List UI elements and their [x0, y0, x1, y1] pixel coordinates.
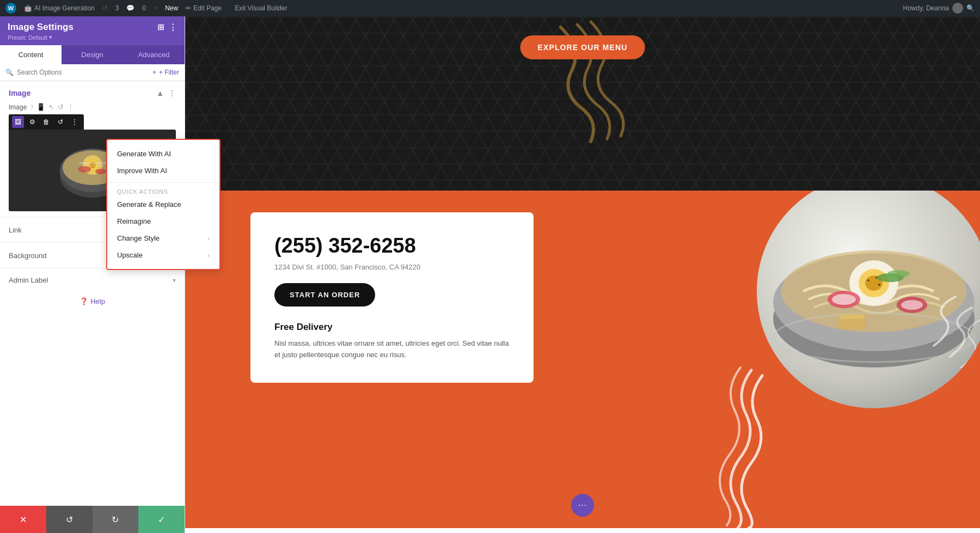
admin-label-text: Admin Label [9, 276, 48, 284]
toolbar-image-btn[interactable]: 🖼 [12, 116, 24, 128]
section-icons: ▲ ⋮ [156, 89, 176, 97]
topbar-sep2: 💬 [126, 4, 134, 12]
improve-with-ai-item[interactable]: Improve With AI [107, 162, 219, 179]
generate-replace-item[interactable]: Generate & Replace [107, 196, 219, 213]
svg-point-24 [887, 270, 909, 278]
topbar-revisions[interactable]: 3 [115, 4, 119, 12]
svg-rect-9 [82, 165, 103, 166]
image-section-header: Image ▲ ⋮ [0, 81, 185, 103]
search-bar: 🔍 + + Filter [0, 64, 185, 81]
duplicate-icon[interactable]: ⊞ [157, 22, 164, 32]
orange-section: (255) 352-6258 1234 Divi St. #1000, San … [185, 191, 980, 528]
sidebar-bottom-bar: ✕ ↺ ↻ ✓ [0, 506, 185, 533]
wp-logo-icon[interactable]: W [5, 3, 16, 14]
ai-dropdown-menu: Generate With AI Improve With AI Quick A… [106, 139, 220, 270]
svg-point-20 [832, 294, 856, 305]
image-toolbar: 🖼 ⚙ 🗑 ↺ ⋮ [9, 114, 84, 130]
change-style-arrow-icon: › [207, 235, 210, 242]
redo-button[interactable]: ↻ [93, 506, 139, 533]
exit-visual-builder-button[interactable]: Exit Visual Builder [235, 4, 287, 12]
topbar-search-icon[interactable]: 🔍 [966, 4, 975, 12]
menu-divider1 [107, 182, 219, 183]
cancel-button[interactable]: ✕ [0, 506, 46, 533]
reset-icon[interactable]: ↺ [58, 103, 64, 111]
ai-image-generation-link[interactable]: 🤖 AI Image Generation [24, 4, 95, 12]
svg-point-6 [78, 166, 91, 173]
topbar-comments[interactable]: 0 [142, 4, 146, 12]
avatar[interactable] [952, 3, 963, 14]
field-help-icon[interactable]: ? [30, 104, 33, 111]
svg-rect-26 [840, 315, 864, 319]
topbar-sep1: ↺ [102, 4, 108, 12]
sidebar-header: Image Settings ⊞ ⋮ Preset: Default ▾ [0, 16, 185, 45]
svg-point-18 [878, 284, 880, 286]
tab-advanced[interactable]: Advanced [123, 45, 185, 64]
search-icon: 🔍 [5, 69, 14, 76]
tab-content[interactable]: Content [0, 45, 62, 64]
svg-point-22 [901, 300, 923, 310]
sidebar-title: Image Settings ⊞ ⋮ [8, 22, 177, 33]
info-card: (255) 352-6258 1234 Divi St. #1000, San … [250, 212, 534, 383]
ramen-bowl-big-svg [759, 191, 980, 406]
topbar-edit-page-button[interactable]: ✏ Edit Page [186, 4, 222, 12]
link-label: Link [9, 226, 22, 234]
change-style-item[interactable]: Change Style › [107, 230, 219, 247]
free-delivery-title: Free Delivery [274, 322, 510, 333]
free-delivery-desc: Nisl massa, ultrices vitae ornare sit am… [274, 338, 510, 361]
ramen-bowl-image [757, 191, 980, 408]
image-field-label: Image ? 📱 ↖ ↺ ⋮ [9, 103, 176, 111]
image-section-title: Image [9, 89, 30, 97]
upscale-arrow-icon: › [207, 252, 210, 259]
toolbar-delete-btn[interactable]: 🗑 [40, 116, 52, 128]
three-dots-button[interactable]: ··· [571, 494, 594, 517]
save-button[interactable]: ✓ [138, 506, 185, 533]
more-field-icon[interactable]: ⋮ [67, 103, 74, 111]
tab-design[interactable]: Design [62, 45, 123, 64]
background-label: Background [9, 252, 46, 260]
sidebar-tabs: Content Design Advanced [0, 45, 185, 64]
user-area: Howdy, Deanna 🔍 [903, 3, 975, 14]
admin-label-chevron-icon: ▾ [173, 277, 176, 284]
toolbar-undo-btn[interactable]: ↺ [54, 116, 66, 128]
sidebar: Image Settings ⊞ ⋮ Preset: Default ▾ Con… [0, 16, 185, 533]
collapse-icon[interactable]: ▲ [156, 89, 164, 97]
search-input[interactable] [17, 69, 149, 76]
start-order-button[interactable]: START AN ORDER [274, 283, 375, 307]
explore-menu-button[interactable]: EXPLORE OUR MENU [520, 35, 645, 59]
image-settings-title: Image Settings [8, 22, 74, 33]
main-area: Image Settings ⊞ ⋮ Preset: Default ▾ Con… [0, 16, 980, 533]
svg-point-16 [867, 279, 869, 281]
select-icon[interactable]: ↖ [48, 103, 54, 111]
help-section: ❓ Help [0, 292, 185, 311]
help-button[interactable]: ❓ Help [79, 297, 105, 305]
topbar-new-button[interactable]: New [165, 4, 178, 12]
admin-label-expand: Admin Label ▾ [9, 276, 176, 284]
user-label: Howdy, Deanna [903, 4, 950, 12]
sidebar-preset[interactable]: Preset: Default ▾ [8, 34, 177, 41]
quick-actions-label: Quick Actions [107, 186, 219, 196]
phone-number: (255) 352-6258 [274, 234, 510, 258]
toolbar-settings-btn[interactable]: ⚙ [26, 116, 38, 128]
upscale-item[interactable]: Upscale › [107, 247, 219, 264]
undo-button[interactable]: ↺ [46, 506, 93, 533]
reimagine-item[interactable]: Reimagine [107, 213, 219, 230]
svg-point-7 [95, 169, 106, 174]
address-text: 1234 Divi St. #1000, San Francisco, CA 9… [274, 263, 510, 271]
admin-label-section[interactable]: Admin Label ▾ [0, 268, 185, 292]
page-preview-area: EXPLORE OUR MENU [185, 16, 980, 533]
section-more-icon[interactable]: ⋮ [168, 89, 176, 97]
more-options-icon[interactable]: ⋮ [169, 22, 177, 32]
topbar-sep3: + [154, 4, 157, 12]
generate-with-ai-item[interactable]: Generate With AI [107, 145, 219, 162]
filter-plus-icon: + [152, 69, 156, 76]
help-circle-icon: ❓ [79, 297, 88, 305]
topbar: W 🤖 AI Image Generation ↺ 3 💬 0 + New ✏ … [0, 0, 980, 16]
device-icon[interactable]: 📱 [36, 103, 45, 111]
svg-rect-8 [79, 162, 106, 164]
toolbar-more-btn[interactable]: ⋮ [69, 116, 81, 128]
sidebar-title-icons: ⊞ ⋮ [157, 22, 177, 32]
filter-button[interactable]: + + Filter [152, 69, 179, 76]
wave-decoration-svg [664, 365, 773, 528]
preset-chevron-icon: ▾ [49, 34, 52, 41]
